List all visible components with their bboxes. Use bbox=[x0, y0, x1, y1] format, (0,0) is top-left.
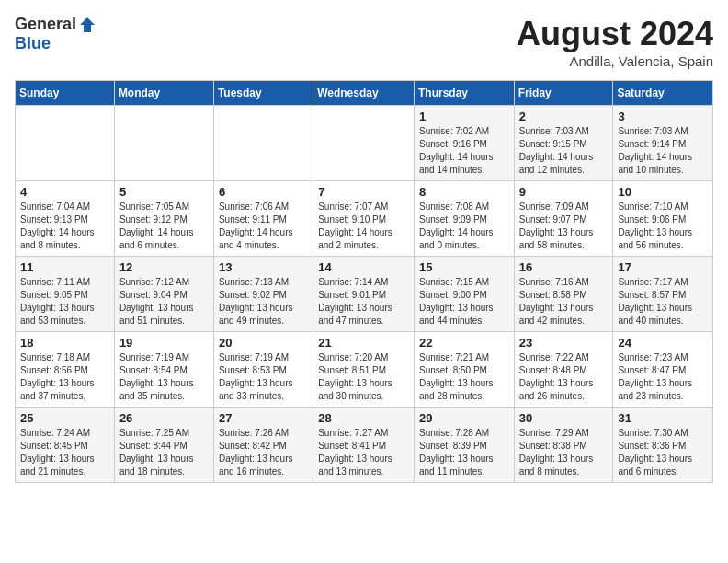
day-number: 15 bbox=[419, 260, 509, 274]
day-info: Sunrise: 7:15 AM Sunset: 9:00 PM Dayligh… bbox=[419, 276, 509, 327]
day-number: 6 bbox=[219, 185, 308, 199]
weekday-header-wednesday: Wednesday bbox=[313, 81, 415, 106]
day-info: Sunrise: 7:11 AM Sunset: 9:05 PM Dayligh… bbox=[20, 276, 109, 327]
calendar-cell: 28Sunrise: 7:27 AM Sunset: 8:41 PM Dayli… bbox=[313, 408, 415, 483]
day-number: 11 bbox=[20, 260, 109, 274]
calendar-week-row: 11Sunrise: 7:11 AM Sunset: 9:05 PM Dayli… bbox=[16, 257, 713, 332]
calendar-cell: 23Sunrise: 7:22 AM Sunset: 8:48 PM Dayli… bbox=[514, 332, 613, 408]
calendar-week-row: 25Sunrise: 7:24 AM Sunset: 8:45 PM Dayli… bbox=[16, 408, 713, 483]
day-number: 31 bbox=[618, 411, 708, 425]
calendar-body: 1Sunrise: 7:02 AM Sunset: 9:16 PM Daylig… bbox=[16, 106, 713, 483]
logo-general-text: General bbox=[15, 15, 76, 34]
day-info: Sunrise: 7:03 AM Sunset: 9:14 PM Dayligh… bbox=[618, 125, 708, 177]
calendar-cell: 18Sunrise: 7:18 AM Sunset: 8:56 PM Dayli… bbox=[16, 332, 115, 408]
day-info: Sunrise: 7:16 AM Sunset: 8:58 PM Dayligh… bbox=[519, 276, 609, 327]
weekday-header-saturday: Saturday bbox=[613, 81, 713, 106]
calendar-cell bbox=[313, 106, 415, 181]
month-year-title: August 2024 bbox=[517, 15, 713, 53]
weekday-header-thursday: Thursday bbox=[414, 81, 514, 106]
day-info: Sunrise: 7:22 AM Sunset: 8:48 PM Dayligh… bbox=[519, 351, 609, 403]
calendar-week-row: 4Sunrise: 7:04 AM Sunset: 9:13 PM Daylig… bbox=[16, 181, 713, 257]
day-number: 29 bbox=[419, 411, 509, 425]
day-info: Sunrise: 7:27 AM Sunset: 8:41 PM Dayligh… bbox=[318, 427, 409, 478]
calendar-cell: 21Sunrise: 7:20 AM Sunset: 8:51 PM Dayli… bbox=[313, 332, 415, 408]
calendar-cell: 31Sunrise: 7:30 AM Sunset: 8:36 PM Dayli… bbox=[613, 408, 713, 483]
day-number: 2 bbox=[519, 109, 609, 123]
day-info: Sunrise: 7:05 AM Sunset: 9:12 PM Dayligh… bbox=[119, 201, 209, 252]
page-header: General Blue August 2024 Andilla, Valenc… bbox=[15, 15, 713, 69]
day-info: Sunrise: 7:10 AM Sunset: 9:06 PM Dayligh… bbox=[618, 201, 708, 252]
day-number: 26 bbox=[119, 411, 209, 425]
calendar-cell: 11Sunrise: 7:11 AM Sunset: 9:05 PM Dayli… bbox=[16, 257, 115, 332]
calendar-week-row: 18Sunrise: 7:18 AM Sunset: 8:56 PM Dayli… bbox=[16, 332, 713, 408]
logo-blue-text: Blue bbox=[15, 34, 51, 53]
day-number: 28 bbox=[318, 411, 409, 425]
day-number: 3 bbox=[618, 109, 708, 123]
day-info: Sunrise: 7:28 AM Sunset: 8:39 PM Dayligh… bbox=[419, 427, 509, 478]
calendar-cell: 16Sunrise: 7:16 AM Sunset: 8:58 PM Dayli… bbox=[514, 257, 613, 332]
day-info: Sunrise: 7:19 AM Sunset: 8:54 PM Dayligh… bbox=[119, 351, 209, 403]
day-number: 16 bbox=[519, 260, 609, 274]
day-number: 8 bbox=[419, 185, 509, 199]
calendar-cell: 26Sunrise: 7:25 AM Sunset: 8:44 PM Dayli… bbox=[114, 408, 213, 483]
calendar-cell bbox=[114, 106, 213, 181]
day-info: Sunrise: 7:20 AM Sunset: 8:51 PM Dayligh… bbox=[318, 351, 409, 403]
day-number: 12 bbox=[119, 260, 209, 274]
calendar-cell: 29Sunrise: 7:28 AM Sunset: 8:39 PM Dayli… bbox=[414, 408, 514, 483]
day-number: 17 bbox=[618, 260, 708, 274]
day-number: 25 bbox=[20, 411, 109, 425]
day-info: Sunrise: 7:02 AM Sunset: 9:16 PM Dayligh… bbox=[419, 125, 509, 177]
calendar-cell: 6Sunrise: 7:06 AM Sunset: 9:11 PM Daylig… bbox=[213, 181, 313, 257]
day-number: 21 bbox=[318, 336, 409, 350]
calendar-header: SundayMondayTuesdayWednesdayThursdayFrid… bbox=[16, 81, 713, 106]
day-number: 18 bbox=[20, 336, 109, 350]
calendar-cell: 8Sunrise: 7:08 AM Sunset: 9:09 PM Daylig… bbox=[414, 181, 514, 257]
day-number: 1 bbox=[419, 109, 509, 123]
day-number: 19 bbox=[119, 336, 209, 350]
weekday-header-tuesday: Tuesday bbox=[213, 81, 313, 106]
day-info: Sunrise: 7:29 AM Sunset: 8:38 PM Dayligh… bbox=[519, 427, 609, 478]
day-info: Sunrise: 7:24 AM Sunset: 8:45 PM Dayligh… bbox=[20, 427, 109, 478]
day-info: Sunrise: 7:12 AM Sunset: 9:04 PM Dayligh… bbox=[119, 276, 209, 327]
calendar-cell: 3Sunrise: 7:03 AM Sunset: 9:14 PM Daylig… bbox=[613, 106, 713, 181]
calendar-cell: 1Sunrise: 7:02 AM Sunset: 9:16 PM Daylig… bbox=[414, 106, 514, 181]
calendar-cell bbox=[213, 106, 313, 181]
calendar-cell: 17Sunrise: 7:17 AM Sunset: 8:57 PM Dayli… bbox=[613, 257, 713, 332]
day-info: Sunrise: 7:23 AM Sunset: 8:47 PM Dayligh… bbox=[618, 351, 708, 403]
calendar-cell: 27Sunrise: 7:26 AM Sunset: 8:42 PM Dayli… bbox=[213, 408, 313, 483]
day-number: 23 bbox=[519, 336, 609, 350]
calendar-cell: 4Sunrise: 7:04 AM Sunset: 9:13 PM Daylig… bbox=[16, 181, 115, 257]
day-info: Sunrise: 7:18 AM Sunset: 8:56 PM Dayligh… bbox=[20, 351, 109, 403]
calendar-cell: 19Sunrise: 7:19 AM Sunset: 8:54 PM Dayli… bbox=[114, 332, 213, 408]
svg-marker-0 bbox=[80, 17, 95, 32]
day-info: Sunrise: 7:14 AM Sunset: 9:01 PM Dayligh… bbox=[318, 276, 409, 327]
day-info: Sunrise: 7:09 AM Sunset: 9:07 PM Dayligh… bbox=[519, 201, 609, 252]
calendar-cell: 12Sunrise: 7:12 AM Sunset: 9:04 PM Dayli… bbox=[114, 257, 213, 332]
weekday-header-sunday: Sunday bbox=[16, 81, 115, 106]
calendar-cell: 14Sunrise: 7:14 AM Sunset: 9:01 PM Dayli… bbox=[313, 257, 415, 332]
calendar-cell: 24Sunrise: 7:23 AM Sunset: 8:47 PM Dayli… bbox=[613, 332, 713, 408]
day-info: Sunrise: 7:03 AM Sunset: 9:15 PM Dayligh… bbox=[519, 125, 609, 177]
day-info: Sunrise: 7:07 AM Sunset: 9:10 PM Dayligh… bbox=[318, 201, 409, 252]
calendar-cell: 13Sunrise: 7:13 AM Sunset: 9:02 PM Dayli… bbox=[213, 257, 313, 332]
calendar-cell: 15Sunrise: 7:15 AM Sunset: 9:00 PM Dayli… bbox=[414, 257, 514, 332]
day-number: 14 bbox=[318, 260, 409, 274]
day-info: Sunrise: 7:13 AM Sunset: 9:02 PM Dayligh… bbox=[219, 276, 308, 327]
weekday-header-friday: Friday bbox=[514, 81, 613, 106]
calendar-cell: 25Sunrise: 7:24 AM Sunset: 8:45 PM Dayli… bbox=[16, 408, 115, 483]
day-number: 27 bbox=[219, 411, 308, 425]
day-number: 5 bbox=[119, 185, 209, 199]
calendar-cell bbox=[16, 106, 115, 181]
day-number: 20 bbox=[219, 336, 308, 350]
logo: General Blue bbox=[15, 15, 97, 53]
calendar-cell: 22Sunrise: 7:21 AM Sunset: 8:50 PM Dayli… bbox=[414, 332, 514, 408]
day-number: 9 bbox=[519, 185, 609, 199]
location-subtitle: Andilla, Valencia, Spain bbox=[517, 53, 713, 69]
day-info: Sunrise: 7:17 AM Sunset: 8:57 PM Dayligh… bbox=[618, 276, 708, 327]
calendar-cell: 7Sunrise: 7:07 AM Sunset: 9:10 PM Daylig… bbox=[313, 181, 415, 257]
day-info: Sunrise: 7:04 AM Sunset: 9:13 PM Dayligh… bbox=[20, 201, 109, 252]
calendar-cell: 20Sunrise: 7:19 AM Sunset: 8:53 PM Dayli… bbox=[213, 332, 313, 408]
day-info: Sunrise: 7:19 AM Sunset: 8:53 PM Dayligh… bbox=[219, 351, 308, 403]
day-number: 4 bbox=[20, 185, 109, 199]
calendar-week-row: 1Sunrise: 7:02 AM Sunset: 9:16 PM Daylig… bbox=[16, 106, 713, 181]
